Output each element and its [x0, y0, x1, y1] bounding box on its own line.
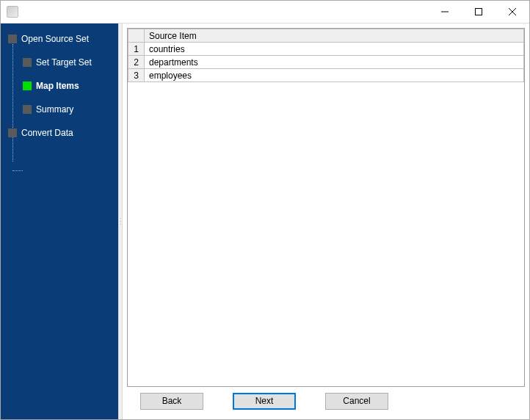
splitter-grip-icon: ··· — [120, 217, 120, 226]
nav-summary[interactable]: Summary — [1, 101, 118, 117]
svg-line-2 — [509, 8, 516, 15]
window-controls — [428, 1, 529, 23]
nav-label: Open Source Set — [21, 34, 89, 44]
step-marker-icon — [23, 105, 32, 114]
nav-set-target-set[interactable]: Set Target Set — [1, 54, 118, 70]
maximize-icon — [475, 8, 482, 15]
close-icon — [509, 8, 516, 15]
svg-line-3 — [509, 8, 516, 15]
cell-source-item[interactable]: departments — [145, 56, 524, 69]
grid-corner — [128, 29, 145, 43]
close-button[interactable] — [495, 1, 529, 23]
wizard-tree: Open Source Set Set Target Set Map Items… — [1, 31, 118, 141]
step-marker-icon — [23, 58, 32, 67]
main-panel: Source Item 1 countries 2 departments — [123, 23, 529, 419]
cancel-button[interactable]: Cancel — [325, 393, 388, 410]
cell-source-item[interactable]: employees — [145, 69, 524, 82]
step-marker-icon — [8, 35, 17, 43]
source-item-grid[interactable]: Source Item 1 countries 2 departments — [127, 28, 525, 387]
svg-rect-1 — [476, 9, 482, 15]
nav-map-items[interactable]: Map Items — [1, 78, 118, 94]
source-item-table: Source Item 1 countries 2 departments — [128, 29, 524, 82]
wizard-button-row: Back Next Cancel — [127, 387, 525, 415]
next-button[interactable]: Next — [233, 393, 296, 410]
cell-source-item[interactable]: countries — [145, 43, 524, 56]
minimize-button[interactable] — [428, 1, 462, 23]
nav-convert-data[interactable]: Convert Data — [1, 125, 118, 141]
nav-label: Convert Data — [21, 128, 73, 138]
back-button[interactable]: Back — [140, 393, 203, 410]
row-number: 1 — [128, 43, 145, 56]
app-icon — [7, 6, 18, 18]
maximize-button[interactable] — [462, 1, 495, 23]
titlebar — [1, 1, 529, 23]
nav-open-source-set[interactable]: Open Source Set — [1, 31, 118, 47]
step-marker-icon — [23, 82, 32, 90]
body: Open Source Set Set Target Set Map Items… — [1, 23, 529, 419]
row-number: 2 — [128, 56, 145, 69]
table-row[interactable]: 2 departments — [128, 56, 524, 69]
minimize-icon — [441, 8, 449, 15]
wizard-sidebar: Open Source Set Set Target Set Map Items… — [1, 23, 118, 419]
step-marker-icon — [8, 128, 17, 137]
nav-label: Summary — [36, 104, 73, 115]
col-header-source-item[interactable]: Source Item — [145, 29, 524, 43]
nav-label: Set Target Set — [36, 57, 92, 68]
table-row[interactable]: 1 countries — [128, 43, 524, 56]
nav-label: Map Items — [36, 81, 79, 91]
table-row[interactable]: 3 employees — [128, 69, 524, 82]
wizard-window: Open Source Set Set Target Set Map Items… — [0, 0, 530, 420]
row-number: 3 — [128, 69, 145, 82]
